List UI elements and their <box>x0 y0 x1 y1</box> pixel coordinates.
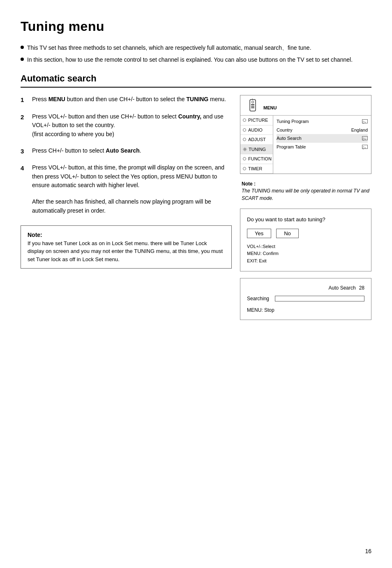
searching-stop: MENU: Stop <box>247 306 364 314</box>
right-column: MENU PICTURE AUDIO ADJUST <box>240 95 371 320</box>
menu-right-auto-search: Auto Search <box>277 134 368 143</box>
step-num-2: 2 <box>21 113 30 139</box>
step-2: 2 Press VOL+/- button and then use CH+/-… <box>21 112 232 139</box>
circle-timer <box>243 167 246 170</box>
menu-right-label-program-table: Program Table <box>277 144 306 151</box>
step-num-3: 3 <box>21 147 30 156</box>
step-num-4: 4 <box>21 164 30 190</box>
menu-right-tuning-program: Tuning Program <box>277 117 368 126</box>
searching-box: Auto Search 28 Searching MENU: Stop <box>240 278 371 320</box>
intro-text-1: This TV set has three methods to set cha… <box>27 44 311 52</box>
circle-adjust <box>243 138 246 141</box>
intro-section: This TV set has three methods to set cha… <box>21 44 371 64</box>
dialog-hints: VOL+/-:Select MENU: Confirm EXIT: Exit <box>247 243 364 265</box>
remote-icon <box>245 99 260 114</box>
menu-label-picture: PICTURE <box>248 117 268 124</box>
searching-bar-row: Searching <box>247 295 364 302</box>
menu-icon-label: MENU <box>263 104 277 111</box>
arrow-program-table <box>362 145 368 149</box>
searching-header: Auto Search 28 <box>247 284 364 292</box>
searching-title: Auto Search <box>301 284 355 292</box>
step-4-extra: After the search has finished, all chann… <box>32 197 232 215</box>
main-layout: 1 Press MENU button and then use CH+/- b… <box>21 95 371 320</box>
dialog-question: Do you want to start auto tuning? <box>247 216 364 224</box>
circle-audio <box>243 128 246 132</box>
step-4: 4 Press VOL+/- button, at this time, the… <box>21 163 232 190</box>
note-label: Note: <box>28 232 42 238</box>
arrow-auto-search <box>362 136 368 140</box>
menu-right-country: Country England <box>277 126 368 134</box>
menu-note-prefix: Note : <box>242 181 256 187</box>
arrow-tuning-program <box>362 119 368 123</box>
note-box: Note: If you have set Tuner Lock as on i… <box>21 225 232 269</box>
svg-rect-0 <box>250 100 256 111</box>
menu-right-program-table: Program Table <box>277 143 368 151</box>
menu-label-tuning: TUNING <box>249 146 266 153</box>
no-button[interactable]: No <box>276 229 299 238</box>
menu-row-picture: PICTURE <box>240 116 273 125</box>
intro-bullet-2: In this section, how to use the remote c… <box>21 56 371 64</box>
bullet-dot-1 <box>21 46 24 49</box>
svg-rect-3 <box>251 106 254 107</box>
menu-diagram: MENU PICTURE AUDIO ADJUST <box>240 95 371 174</box>
dialog-hint-3: EXIT: Exit <box>247 257 364 265</box>
step-1: 1 Press MENU button and then use CH+/- b… <box>21 95 232 105</box>
intro-bullet-1: This TV set has three methods to set cha… <box>21 44 371 52</box>
svg-rect-4 <box>251 107 254 108</box>
menu-right-label-auto-search: Auto Search <box>277 135 302 142</box>
left-column: 1 Press MENU button and then use CH+/- b… <box>21 95 232 320</box>
searching-progress-bar <box>275 296 364 301</box>
searching-bar-label: Searching <box>247 295 272 302</box>
step-3: 3 Press CH+/- button to select Auto Sear… <box>21 146 232 156</box>
menu-icon-area: MENU <box>240 95 371 115</box>
menu-row-timer: TIMER <box>240 164 273 174</box>
step-num-1: 1 <box>21 95 30 105</box>
gear-icon <box>243 147 247 151</box>
dialog-hint-1: VOL+/-:Select <box>247 243 364 250</box>
page-title: Tuning menu <box>21 16 371 36</box>
note-text: If you have set Tuner Lock as on in Lock… <box>28 240 223 262</box>
menu-left: PICTURE AUDIO ADJUST <box>240 116 273 174</box>
circle-function <box>243 157 246 160</box>
section-title: Automatic search <box>21 72 371 88</box>
step-text-2: Press VOL+/- button and then use CH+/- b… <box>32 112 232 139</box>
dialog-box: Do you want to start auto tuning? Yes No… <box>240 209 371 271</box>
menu-row-audio: AUDIO <box>240 125 273 135</box>
menu-note: Note : The TUNING menu will be only oper… <box>240 181 371 202</box>
menu-note-text: The TUNING menu will be only operated in… <box>242 188 369 201</box>
menu-rows: PICTURE AUDIO ADJUST <box>240 115 371 174</box>
menu-row-adjust: ADJUST <box>240 135 273 145</box>
menu-label-timer: TIMER <box>248 165 262 172</box>
bullet-dot-2 <box>21 58 24 61</box>
menu-row-function: FUNCTION <box>240 154 273 164</box>
svg-point-7 <box>244 148 245 150</box>
menu-right-label-country: Country <box>277 127 293 134</box>
searching-number: 28 <box>359 284 364 292</box>
step-text-3: Press CH+/- button to select Auto Search… <box>32 146 141 156</box>
step-text-1: Press MENU button and then use CH+/- but… <box>32 95 226 105</box>
menu-right-label-tuning-program: Tuning Program <box>277 118 309 125</box>
menu-label-audio: AUDIO <box>248 127 263 134</box>
page-number: 16 <box>365 547 371 556</box>
menu-right: Tuning Program Country England Auto Sear… <box>273 116 371 174</box>
intro-text-2: In this section, how to use the remote c… <box>27 56 353 64</box>
yes-button[interactable]: Yes <box>247 229 271 238</box>
step-text-4: Press VOL+/- button, at this time, the p… <box>32 163 232 190</box>
menu-label-adjust: ADJUST <box>248 136 266 143</box>
dialog-buttons: Yes No <box>247 229 364 238</box>
menu-right-value-country: England <box>351 127 368 134</box>
menu-row-tuning: TUNING <box>240 145 273 155</box>
circle-picture <box>243 118 246 122</box>
menu-label-function: FUNCTION <box>248 155 272 162</box>
svg-rect-2 <box>251 104 254 105</box>
dialog-hint-2: MENU: Confirm <box>247 250 364 257</box>
